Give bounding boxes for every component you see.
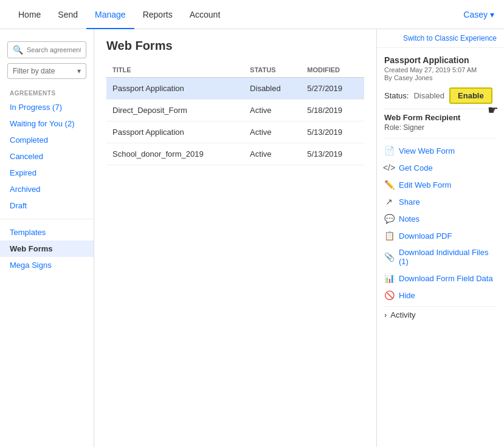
rp-status-label: Status: bbox=[384, 91, 409, 100]
rp-action-label-pdf: Download PDF bbox=[399, 231, 452, 241]
rp-activity-label: Activity bbox=[390, 310, 415, 319]
rp-action-download-files[interactable]: 📎 Download Individual Files (1) bbox=[384, 244, 497, 270]
table-row[interactable]: Passport Application Disabled 5/27/2019 bbox=[106, 78, 364, 100]
sidebar-item-mega-signs[interactable]: Mega Signs bbox=[0, 257, 94, 273]
cell-status: Active bbox=[244, 100, 301, 121]
cell-modified: 5/18/2019 bbox=[301, 100, 364, 121]
date-filter[interactable]: Filter by date ▾ bbox=[7, 63, 86, 79]
rp-divider-1 bbox=[384, 109, 497, 109]
sidebar-item-draft[interactable]: Draft bbox=[0, 197, 94, 214]
rp-action-label-notes: Notes bbox=[399, 214, 419, 224]
web-forms-table: Title Status Modified Passport Applicati… bbox=[106, 63, 364, 165]
enable-button[interactable]: Enable bbox=[449, 87, 492, 104]
sidebar-divider bbox=[0, 219, 94, 219]
right-panel-body: Passport Application Created May 27, 201… bbox=[377, 48, 504, 330]
filter-area: Filter by date ▾ bbox=[0, 63, 94, 86]
rp-action-label-edit: Edit Web Form bbox=[399, 180, 451, 189]
files-icon: 📎 bbox=[384, 252, 394, 262]
cell-title: School_donor_form_2019 bbox=[106, 143, 244, 165]
rp-by: By Casey Jones bbox=[384, 74, 497, 81]
main-content: Web Forms Title Status Modified Passport… bbox=[94, 29, 376, 447]
rp-recipient-title: Web Form Recipient bbox=[384, 113, 497, 122]
notes-icon: 💬 bbox=[384, 214, 394, 224]
col-modified: Modified bbox=[301, 63, 364, 78]
rp-action-get-code[interactable]: </> Get Code bbox=[384, 159, 497, 176]
rp-action-hide[interactable]: 🚫 Hide bbox=[384, 287, 497, 304]
cell-status: Disabled bbox=[244, 78, 301, 100]
sidebar-item-completed[interactable]: Completed bbox=[0, 132, 94, 148]
chevron-down-icon: ▾ bbox=[490, 10, 494, 19]
sidebar-item-waiting[interactable]: Waiting for You (2) bbox=[0, 115, 94, 132]
rp-action-share[interactable]: ↗ Share bbox=[384, 193, 497, 210]
table-row[interactable]: Direct_Deposit_Form Active 5/18/2019 bbox=[106, 100, 364, 121]
cell-modified: 5/27/2019 bbox=[301, 78, 364, 100]
form-icon: 📊 bbox=[384, 273, 394, 283]
doc-icon: 📄 bbox=[384, 146, 394, 155]
search-input[interactable] bbox=[27, 46, 81, 53]
search-icon: 🔍 bbox=[13, 45, 23, 55]
rp-created: Created May 27, 2019 5:07 AM bbox=[384, 66, 497, 73]
rp-action-edit[interactable]: ✏️ Edit Web Form bbox=[384, 176, 497, 193]
nav-send[interactable]: Send bbox=[49, 0, 86, 29]
search-area: 🔍 bbox=[0, 36, 94, 63]
chevron-right-icon: › bbox=[384, 310, 387, 319]
hide-icon: 🚫 bbox=[384, 290, 394, 300]
rp-status-row: Status: Disabled Enable ☛ bbox=[384, 87, 497, 104]
rp-status-value: Disabled bbox=[413, 91, 444, 100]
cell-title: Passport Application bbox=[106, 121, 244, 143]
filter-label: Filter by date bbox=[13, 67, 55, 75]
left-sidebar: 🔍 Filter by date ▾ AGREEMENTS In Progres… bbox=[0, 29, 94, 447]
search-box[interactable]: 🔍 bbox=[7, 41, 86, 58]
chevron-down-icon: ▾ bbox=[77, 67, 81, 75]
rp-action-label-code: Get Code bbox=[399, 163, 433, 172]
nav-reports[interactable]: Reports bbox=[134, 0, 181, 29]
rp-action-label-view: View Web Form bbox=[399, 146, 455, 155]
nav-home[interactable]: Home bbox=[10, 0, 49, 29]
nav-account[interactable]: Account bbox=[181, 0, 229, 29]
user-menu[interactable]: Casey ▾ bbox=[463, 10, 494, 19]
col-status: Status bbox=[244, 63, 301, 78]
rp-role: Role: Signer bbox=[384, 123, 497, 132]
rp-action-notes[interactable]: 💬 Notes bbox=[384, 210, 497, 227]
sidebar-item-canceled[interactable]: Canceled bbox=[0, 148, 94, 165]
cell-modified: 5/13/2019 bbox=[301, 143, 364, 165]
rp-action-view-web-form[interactable]: 📄 View Web Form bbox=[384, 142, 497, 159]
sidebar-item-in-progress[interactable]: In Progress (7) bbox=[0, 99, 94, 115]
rp-divider-2 bbox=[384, 138, 497, 138]
cell-title: Passport Application bbox=[106, 78, 244, 100]
table-row[interactable]: School_donor_form_2019 Active 5/13/2019 bbox=[106, 143, 364, 165]
agreements-section-label: AGREEMENTS bbox=[0, 86, 94, 99]
rp-action-download-pdf[interactable]: 📋 Download PDF bbox=[384, 227, 497, 244]
cell-status: Active bbox=[244, 121, 301, 143]
top-navigation: Home Send Manage Reports Account Casey ▾ bbox=[0, 0, 504, 29]
sidebar-item-templates[interactable]: Templates bbox=[0, 224, 94, 241]
enable-button-wrapper: Enable ☛ bbox=[449, 87, 492, 104]
sidebar-item-archived[interactable]: Archived bbox=[0, 181, 94, 197]
rp-activity-expand[interactable]: › Activity bbox=[384, 306, 497, 323]
rp-action-download-form-data[interactable]: 📊 Download Form Field Data bbox=[384, 270, 497, 287]
share-icon: ↗ bbox=[384, 197, 394, 206]
pdf-icon: 📋 bbox=[384, 231, 394, 241]
rp-action-label-files: Download Individual Files (1) bbox=[399, 248, 497, 266]
nav-manage[interactable]: Manage bbox=[86, 0, 134, 29]
rp-action-label-hide: Hide bbox=[399, 291, 415, 300]
table-row[interactable]: Passport Application Active 5/13/2019 bbox=[106, 121, 364, 143]
sidebar-item-web-forms[interactable]: Web Forms bbox=[0, 241, 94, 257]
cell-modified: 5/13/2019 bbox=[301, 121, 364, 143]
rp-title: Passport Application bbox=[384, 55, 497, 65]
code-icon: </> bbox=[384, 163, 394, 172]
col-title: Title bbox=[106, 63, 244, 78]
switch-classic-link[interactable]: Switch to Classic Experience bbox=[377, 29, 504, 48]
cell-title: Direct_Deposit_Form bbox=[106, 100, 244, 121]
right-panel: Switch to Classic Experience Passport Ap… bbox=[376, 29, 504, 447]
sidebar-item-expired[interactable]: Expired bbox=[0, 165, 94, 181]
page-title: Web Forms bbox=[106, 39, 364, 53]
rp-action-label-form: Download Form Field Data bbox=[399, 274, 493, 283]
rp-action-label-share: Share bbox=[399, 197, 420, 206]
edit-icon: ✏️ bbox=[384, 180, 394, 189]
cell-status: Active bbox=[244, 143, 301, 165]
